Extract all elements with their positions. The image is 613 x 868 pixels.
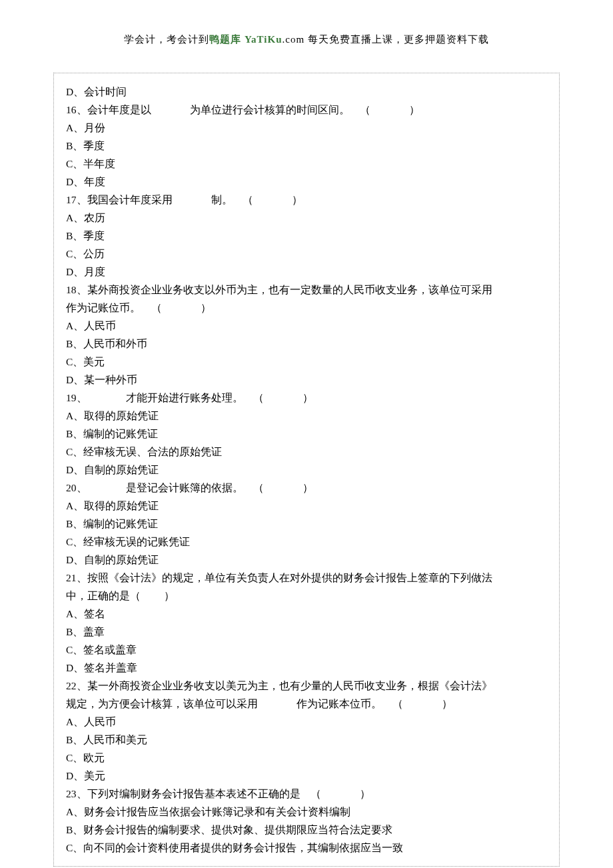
option-q18-b: B、人民币和外币 (66, 335, 547, 353)
option-q22-a: A、人民币 (66, 713, 547, 731)
option-q16-d: D、年度 (66, 173, 547, 191)
option-q22-c: C、欧元 (66, 749, 547, 767)
option-q23-a: A、财务会计报告应当依据会计账簿记录和有关会计资料编制 (66, 803, 547, 821)
question-18-line1: 18、某外商投资企业业务收支以外币为主，也有一定数量的人民币收支业务，该单位可采… (66, 281, 547, 299)
option-q20-c: C、经审核无误的记账凭证 (66, 533, 547, 551)
option-q20-d: D、自制的原始凭证 (66, 551, 547, 569)
content-frame: D、会计时间 16、会计年度是以 为单位进行会计核算的时间区间。 （ ） A、月… (53, 73, 560, 867)
brand-suffix: .com (283, 34, 305, 45)
option-q19-d: D、自制的原始凭证 (66, 461, 547, 479)
page-header: 学会计，考会计到鸭题库 YaTiKu.com 每天免费直播上课，更多押题资料下载 (0, 33, 613, 46)
option-q17-d: D、月度 (66, 263, 547, 281)
question-16: 16、会计年度是以 为单位进行会计核算的时间区间。 （ ） (66, 101, 547, 119)
option-q23-b: B、财务会计报告的编制要求、提供对象、提供期限应当符合法定要求 (66, 821, 547, 839)
option-q21-d: D、签名并盖章 (66, 659, 547, 677)
option-q17-b: B、季度 (66, 227, 547, 245)
option-q22-d: D、美元 (66, 767, 547, 785)
option-q19-a: A、取得的原始凭证 (66, 407, 547, 425)
option-q21-a: A、签名 (66, 605, 547, 623)
question-20: 20、 是登记会计账簿的依据。 （ ） (66, 479, 547, 497)
option-q16-a: A、月份 (66, 119, 547, 137)
question-21-line1: 21、按照《会计法》的规定，单位有关负责人在对外提供的财务会计报告上签章的下列做… (66, 569, 547, 587)
option-q18-d: D、某一种外币 (66, 371, 547, 389)
option-q20-b: B、编制的记账凭证 (66, 515, 547, 533)
option-q19-b: B、编制的记账凭证 (66, 425, 547, 443)
option-q17-c: C、公历 (66, 245, 547, 263)
option-q21-b: B、盖章 (66, 623, 547, 641)
option-q18-a: A、人民币 (66, 317, 547, 335)
question-22-line1: 22、某一外商投资企业业务收支以美元为主，也有少量的人民币收支业务，根据《会计法… (66, 677, 547, 695)
option-q21-c: C、签名或盖章 (66, 641, 547, 659)
question-19: 19、 才能开始进行账务处理。 （ ） (66, 389, 547, 407)
option-q15-d: D、会计时间 (66, 83, 547, 101)
brand-name-en: YaTiKu (241, 34, 282, 45)
header-prefix: 学会计，考会计到 (124, 34, 209, 45)
option-q17-a: A、农历 (66, 209, 547, 227)
document-page: 学会计，考会计到鸭题库 YaTiKu.com 每天免费直播上课，更多押题资料下载… (0, 0, 613, 868)
question-18-line2: 作为记账位币。 （ ） (66, 299, 547, 317)
brand-name-cn: 鸭题库 (209, 34, 241, 45)
option-q18-c: C、美元 (66, 353, 547, 371)
option-q19-c: C、经审核无误、合法的原始凭证 (66, 443, 547, 461)
question-17: 17、我国会计年度采用 制。 （ ） (66, 191, 547, 209)
question-23: 23、下列对编制财务会计报告基本表述不正确的是 （ ） (66, 785, 547, 803)
question-22-line2: 规定，为方便会计核算，该单位可以采用 作为记账本位币。 （ ） (66, 695, 547, 713)
option-q23-c: C、向不同的会计资料使用者提供的财务会计报告，其编制依据应当一致 (66, 839, 547, 857)
option-q20-a: A、取得的原始凭证 (66, 497, 547, 515)
option-q16-c: C、半年度 (66, 155, 547, 173)
option-q16-b: B、季度 (66, 137, 547, 155)
option-q22-b: B、人民币和美元 (66, 731, 547, 749)
header-suffix: 每天免费直播上课，更多押题资料下载 (305, 34, 489, 45)
question-21-line2: 中，正确的是（ ） (66, 587, 547, 605)
